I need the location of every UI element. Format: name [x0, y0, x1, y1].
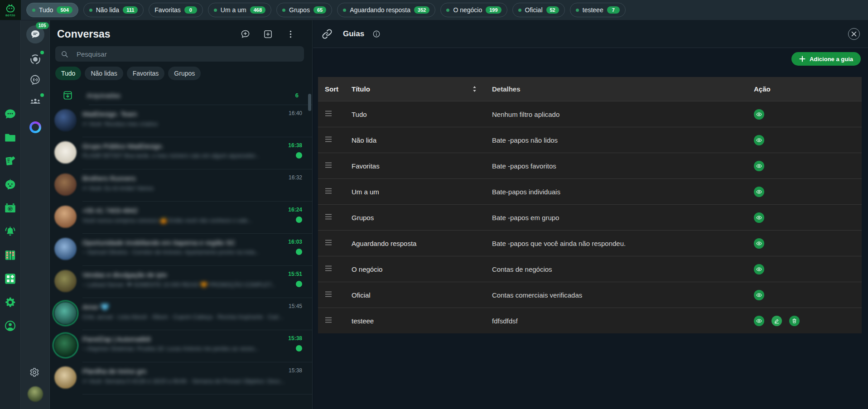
view-button[interactable]: [754, 135, 764, 145]
chip-tudo[interactable]: Tudo: [55, 67, 81, 80]
meta-ai-icon[interactable]: [29, 121, 41, 133]
chat-name: Oportunidade imobiliando em Itapema e re…: [82, 239, 285, 246]
chat-name: Amor 🩵: [82, 303, 285, 311]
view-button[interactable]: [754, 238, 764, 249]
apps-grid-icon[interactable]: [4, 273, 16, 285]
view-button[interactable]: [754, 212, 764, 223]
notifications-bell-icon[interactable]: [4, 226, 16, 238]
chat-name: Brothers Runners: [82, 174, 285, 182]
sort-arrows-icon[interactable]: [473, 86, 477, 92]
chat-list-item[interactable]: +55 41 7403-4842Você nunca comprou conos…: [50, 202, 312, 234]
delete-button[interactable]: [789, 316, 800, 326]
tab-label: Tudo: [39, 6, 53, 14]
drag-handle-icon[interactable]: [325, 214, 332, 220]
channels-icon[interactable]: [29, 74, 41, 86]
archived-row[interactable]: Arquivadas 6: [50, 86, 312, 105]
chat-list-item[interactable]: PanelZap | Automatik8~ Alaymon Sistemas:…: [50, 330, 312, 362]
chats-nav-button[interactable]: 105: [26, 25, 44, 43]
bot-icon[interactable]: [4, 178, 16, 191]
drag-handle-icon[interactable]: [325, 317, 332, 323]
botzo-logo[interactable]: BOTZO: [0, 0, 21, 20]
chat-preview: ✍ Você: Resíduo meu criativo: [82, 120, 285, 127]
tab-label: Oficial: [525, 6, 543, 14]
new-chat-icon[interactable]: [240, 29, 251, 39]
drag-handle-icon[interactable]: [325, 111, 332, 116]
archived-count: 6: [295, 92, 299, 99]
eye-icon: [756, 189, 762, 195]
tab-oficial[interactable]: Oficial52: [512, 3, 565, 17]
drag-handle-icon[interactable]: [325, 240, 332, 245]
add-guia-button[interactable]: Adicione a guia: [791, 52, 861, 66]
tab-label: Não lida: [96, 6, 119, 14]
user-avatar[interactable]: [28, 386, 43, 402]
row-details: Bate -papos que você ainda não respondeu…: [487, 240, 748, 247]
view-button[interactable]: [754, 290, 764, 300]
chat-list-item[interactable]: Brothers Runners✍ Você: Eu tô irmão! Vam…: [50, 169, 312, 202]
chat-list-item[interactable]: Vendas e divulgação de iptv~ Leiloed Ser…: [50, 266, 312, 298]
tab-tudo[interactable]: Tudo504: [26, 3, 78, 17]
view-button[interactable]: [754, 187, 764, 197]
settings-icon[interactable]: [29, 367, 41, 379]
chat-list-item[interactable]: Planilha de treino gm✍ Você: Semana 5 4/…: [50, 362, 312, 395]
close-panel-button[interactable]: [848, 28, 860, 40]
tab-grupos[interactable]: Grupos65: [276, 3, 332, 17]
scrollbar-thumb[interactable]: [308, 94, 311, 111]
search-input[interactable]: [76, 50, 299, 58]
tab-label: Grupos: [289, 6, 310, 14]
status-icon[interactable]: [29, 53, 41, 65]
eye-icon: [756, 318, 762, 324]
tab-count-badge: 199: [486, 6, 501, 14]
eye-icon: [756, 292, 762, 298]
view-button[interactable]: [754, 316, 764, 326]
chat-list-item[interactable]: Amor 🩵Criei, acrual · Lista Abocê · Álbu…: [50, 298, 312, 330]
view-button[interactable]: [754, 264, 764, 274]
communities-icon[interactable]: [29, 96, 41, 108]
drag-handle-icon[interactable]: [325, 188, 332, 194]
kanban-board-icon[interactable]: [4, 249, 16, 261]
drag-handle-icon[interactable]: [325, 162, 332, 168]
tab-nao-lida[interactable]: Não lida111: [83, 3, 144, 17]
add-list-icon[interactable]: [263, 29, 273, 39]
settings-gear-icon[interactable]: [4, 296, 16, 308]
chats-bubble-icon[interactable]: [4, 108, 16, 120]
chat-time: 16:32: [289, 174, 302, 181]
tab-o-negocio[interactable]: O negócio199: [440, 3, 507, 17]
info-icon[interactable]: [372, 30, 381, 38]
view-button[interactable]: [754, 161, 764, 171]
view-button[interactable]: [754, 109, 764, 120]
drag-handle-icon[interactable]: [325, 136, 332, 142]
chat-name: Planilha de treino gm: [82, 367, 285, 375]
tab-testeee[interactable]: testeee7: [570, 3, 626, 17]
chat-name: MadDesign. Team: [82, 110, 285, 118]
archive-icon: [63, 90, 73, 101]
drag-handle-icon[interactable]: [325, 265, 332, 271]
chip-favoritas[interactable]: Favoritas: [127, 67, 165, 80]
header-titulo[interactable]: Título: [347, 85, 487, 93]
chip-grupos[interactable]: Grupos: [168, 67, 201, 80]
add-guia-label: Adicione a guia: [810, 56, 853, 63]
chat-avatar: [54, 366, 77, 389]
chat-list-item[interactable]: Oportunidade imobiliando em Itapema e re…: [50, 234, 312, 266]
edit-button[interactable]: [772, 316, 782, 326]
search-bar: [55, 46, 304, 62]
tab-um-a-um[interactable]: Um a um468: [208, 3, 271, 17]
tab-favoritas[interactable]: Favoritas0: [149, 3, 203, 17]
chat-time: 16:38: [288, 142, 302, 149]
chat-list-item[interactable]: Grupo Público MadDesign.PLANR 55TS07 Boa…: [50, 137, 312, 169]
notes-icon[interactable]: [4, 155, 16, 167]
profile-icon[interactable]: [4, 320, 16, 332]
camera-schedule-icon[interactable]: [4, 202, 16, 214]
chat-list-item[interactable]: MadDesign. Team✍ Você: Resíduo meu criat…: [50, 105, 312, 137]
chat-preview: PLANR 55TS07 Boa tarde, o meu número cai…: [82, 153, 285, 159]
row-details: fdfsdfdsf: [487, 317, 748, 325]
unread-badge: [296, 249, 302, 255]
drag-handle-icon[interactable]: [325, 291, 332, 297]
row-title: testeee: [352, 317, 374, 325]
tab-aguardando-resposta[interactable]: Aguardando resposta352: [337, 3, 435, 17]
folder-icon[interactable]: [4, 131, 16, 144]
menu-kebab-icon[interactable]: [285, 29, 296, 39]
table-row: Grupos Bate -papos em grupo: [318, 204, 862, 230]
chip-nao-lidas[interactable]: Não lidas: [85, 67, 123, 80]
tab-label: O negócio: [453, 6, 482, 14]
row-details: Bate-papos individuais: [487, 188, 748, 196]
